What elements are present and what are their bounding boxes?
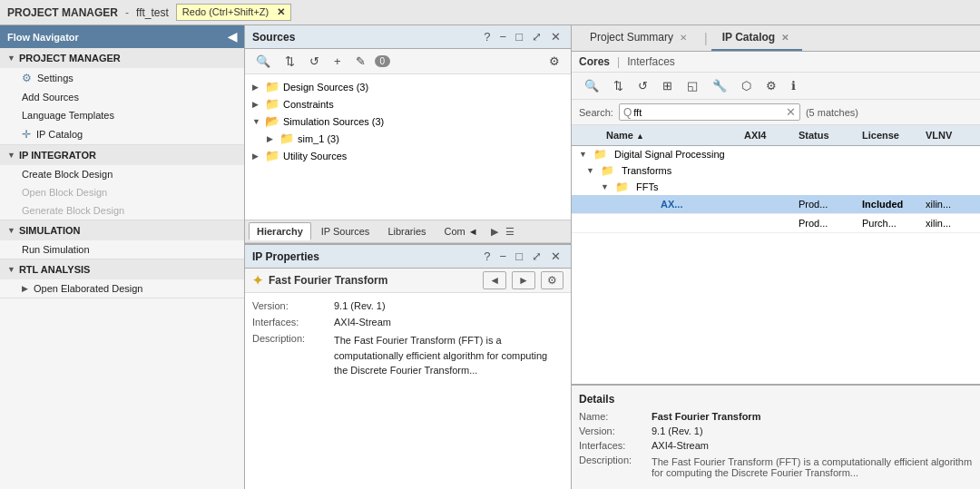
search-label: Search: <box>579 107 613 118</box>
search-clear-button[interactable]: ✕ <box>786 105 796 119</box>
sources-minimize-button[interactable]: − <box>497 29 510 44</box>
tab-ip-sources[interactable]: IP Sources <box>313 222 378 240</box>
ipc-hex-button[interactable]: ⬡ <box>736 76 757 95</box>
sidebar-item-add-sources[interactable]: Add Sources <box>0 88 244 106</box>
ip-description-row: Description: The Fast Fourier Transform … <box>252 333 564 378</box>
folder-icon: 📁 <box>265 97 279 111</box>
sidebar-item-open-elaborated-design[interactable]: ▶ Open Elaborated Design <box>0 279 244 298</box>
col-vlnv[interactable]: VLNV <box>922 128 976 142</box>
tree-item-dsp[interactable]: ▼ 📁 Digital Signal Processing <box>572 146 980 162</box>
tree-item-simulation-sources[interactable]: ▼ 📂 Simulation Sources (3) <box>245 112 571 130</box>
tree-item-constraints[interactable]: ▶ 📁 Constraints <box>245 95 571 112</box>
sources-title: Sources <box>252 31 295 44</box>
sources-settings-button[interactable]: ⚙ <box>544 52 565 71</box>
search-input[interactable] <box>633 107 786 118</box>
search-row: Search: Q ✕ (5 matches) <box>572 100 980 125</box>
cores-interfaces-row: Cores | Interfaces <box>572 52 980 73</box>
folder-icon: 📁 <box>279 132 294 145</box>
ip-prev-button[interactable]: ◄ <box>483 271 506 289</box>
sources-maximize-button[interactable]: ⤢ <box>529 29 544 44</box>
sidebar-item-label: Add Sources <box>22 92 79 103</box>
sources-refresh-button[interactable]: ↺ <box>304 52 325 71</box>
details-version-label: Version: <box>579 425 652 436</box>
nav-section-label-ipi: IP INTEGRATOR <box>19 150 96 161</box>
ip-table-row-fft1[interactable]: AX... Prod... Included xilin... <box>572 195 980 214</box>
sidebar-item-settings[interactable]: ⚙ Settings <box>0 68 244 88</box>
ip-description-value: The Fast Fourier Transform (FFT) is a co… <box>334 333 564 378</box>
tab-close-project-summary[interactable]: ✕ <box>677 32 690 44</box>
ipc-grid-button[interactable]: ⊞ <box>657 76 678 95</box>
top-bar-section: PROJECT MANAGER <box>7 6 118 19</box>
sources-close-button[interactable]: ✕ <box>548 29 564 44</box>
chevron-down-icon: ▼ <box>7 226 15 235</box>
details-version-row: Version: 9.1 (Rev. 1) <box>579 425 973 436</box>
sidebar-item-ip-catalog[interactable]: ✛ IP Catalog <box>0 124 244 144</box>
tree-item-label: Digital Signal Processing <box>614 149 725 160</box>
tree-item-design-sources[interactable]: ▶ 📁 Design Sources (3) <box>245 78 571 95</box>
ip-help-button[interactable]: ? <box>481 249 493 264</box>
chevron-right-icon: ▶ <box>252 100 261 109</box>
nav-section-header-rtl[interactable]: ▼ RTL ANALYSIS <box>0 259 244 279</box>
chevron-down-icon: ▼ <box>601 182 612 191</box>
cores-button[interactable]: Cores <box>579 55 610 68</box>
tab-menu-icon[interactable]: ☰ <box>503 223 517 240</box>
chevron-down-icon: ▼ <box>579 150 590 159</box>
col-status[interactable]: Status <box>795 128 858 142</box>
sidebar-item-create-block-design[interactable]: Create Block Design <box>0 165 244 183</box>
nav-section-header-ipi[interactable]: ▼ IP INTEGRATOR <box>0 145 244 165</box>
sources-help-button[interactable]: ? <box>481 29 493 44</box>
sidebar-item-language-templates[interactable]: Language Templates <box>0 106 244 124</box>
tree-item-ffts[interactable]: ▼ 📁 FFTs <box>572 179 980 195</box>
tab-project-summary[interactable]: Project Summary ✕ <box>579 25 701 51</box>
nav-section-header-pm[interactable]: ▼ PROJECT MANAGER <box>0 48 244 68</box>
chevron-down-icon: ▼ <box>252 117 261 126</box>
tab-compile-order[interactable]: Com ◄ <box>436 222 486 240</box>
ip-close-button[interactable]: ✕ <box>548 249 564 264</box>
tree-item-label: Constraints <box>283 99 334 110</box>
ipc-search-button[interactable]: 🔍 <box>579 76 604 95</box>
ip-maximize-button[interactable]: ⤢ <box>529 249 544 264</box>
ipc-refresh-button[interactable]: ↺ <box>632 76 653 95</box>
tree-item-transforms[interactable]: ▼ 📁 Transforms <box>572 162 980 179</box>
chevron-down-icon: ▼ <box>7 151 15 160</box>
ip-table-row-fft2[interactable]: Prod... Purch... xilin... <box>572 214 980 233</box>
ipc-layout-button[interactable]: ◱ <box>681 76 703 95</box>
sources-search-button[interactable]: 🔍 <box>250 52 276 71</box>
tab-close-ip-catalog[interactable]: ✕ <box>779 32 791 44</box>
col-name[interactable]: Name ▲ <box>603 128 740 142</box>
folder-icon: 📁 <box>265 149 279 162</box>
ip-properties-title: IP Properties <box>252 250 319 263</box>
tree-item-utility-sources[interactable]: ▶ 📁 Utility Sources <box>245 147 571 164</box>
sidebar-item-run-simulation[interactable]: Run Simulation <box>0 240 244 259</box>
folder-icon: 📂 <box>265 114 279 128</box>
ip-minimize-button[interactable]: − <box>497 249 510 264</box>
sources-edit-button[interactable]: ✎ <box>350 52 371 71</box>
sources-restore-button[interactable]: □ <box>513 29 525 44</box>
tab-divider: | <box>704 31 708 45</box>
col-axi4[interactable]: AXI4 <box>740 128 795 142</box>
ip-settings-button[interactable]: ⚙ <box>541 271 564 289</box>
ip-name-label: Fast Fourier Transform <box>269 274 387 287</box>
sources-filter-button[interactable]: ⇅ <box>279 52 300 71</box>
ipc-filter-button[interactable]: ⇅ <box>608 76 629 95</box>
sources-add-button[interactable]: + <box>328 52 347 71</box>
nav-section-header-sim[interactable]: ▼ SIMULATION <box>0 220 244 240</box>
tree-item-label: sim_1 (3) <box>298 133 339 144</box>
tab-overflow-icon[interactable]: ▶ <box>488 223 501 240</box>
tree-item-sim1[interactable]: ▶ 📁 sim_1 (3) <box>245 130 571 147</box>
sources-badge: 0 <box>375 55 391 67</box>
interfaces-button[interactable]: Interfaces <box>627 55 675 68</box>
flow-navigator: Flow Navigator ◀ ▼ PROJECT MANAGER ⚙ Set… <box>0 25 245 489</box>
details-interfaces-row: Interfaces: AXI4-Stream <box>579 440 973 451</box>
ipc-wrench-button[interactable]: 🔧 <box>707 76 732 95</box>
sidebar-item-open-block-design: Open Block Design <box>0 183 244 201</box>
ip-next-button[interactable]: ► <box>512 271 535 289</box>
tab-ip-catalog[interactable]: IP Catalog ✕ <box>711 25 802 51</box>
flow-nav-collapse-icon[interactable]: ◀ <box>228 30 237 44</box>
ipc-settings-button[interactable]: ⚙ <box>760 76 782 95</box>
tab-libraries[interactable]: Libraries <box>379 222 434 240</box>
col-license[interactable]: License <box>858 128 922 142</box>
ip-restore-button[interactable]: □ <box>513 249 525 264</box>
tab-hierarchy[interactable]: Hierarchy <box>249 222 311 240</box>
ipc-info-button[interactable]: ℹ <box>786 76 801 95</box>
